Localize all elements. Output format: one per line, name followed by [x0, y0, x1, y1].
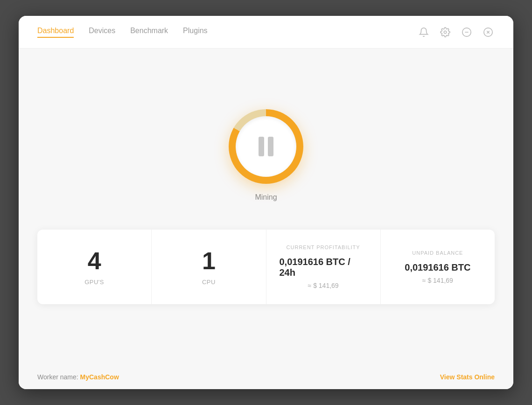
pause-bar-right — [268, 137, 273, 156]
profitability-value: 0,0191616 BTC / 24h — [280, 257, 367, 278]
mining-button-inner — [236, 116, 296, 177]
header-icons — [417, 26, 495, 39]
mining-section: Mining — [229, 109, 303, 202]
tab-plugins[interactable]: Plugins — [183, 27, 207, 38]
mining-status-label: Mining — [255, 193, 277, 202]
gpu-label: GPU'S — [84, 279, 104, 286]
footer: Worker name: MyCashCow View Stats Online — [19, 365, 513, 389]
stats-row: 4 GPU'S 1 CPU CURRENT PROFITABILITY 0,01… — [37, 230, 495, 304]
worker-name-prefix: Worker name: — [37, 373, 80, 381]
tab-dashboard[interactable]: Dashboard — [37, 27, 74, 38]
pause-icon — [259, 137, 273, 156]
cpu-count: 1 — [202, 249, 216, 273]
mining-toggle-button[interactable] — [229, 109, 303, 184]
balance-value: 0,0191616 BTC — [405, 262, 470, 273]
nav-tabs: Dashboard Devices Benchmark Plugins — [37, 27, 208, 38]
header: Dashboard Devices Benchmark Plugins — [19, 16, 513, 49]
view-stats-link[interactable]: View Stats Online — [440, 373, 495, 381]
worker-name-container: Worker name: MyCashCow — [37, 373, 119, 381]
balance-section-label: UNPAID BALANCE — [412, 250, 463, 256]
close-icon[interactable] — [482, 26, 495, 39]
minimize-icon[interactable] — [460, 26, 473, 39]
profitability-card: CURRENT PROFITABILITY 0,0191616 BTC / 24… — [266, 230, 381, 304]
gpu-stat-card: 4 GPU'S — [37, 230, 152, 304]
balance-card: UNPAID BALANCE 0,0191616 BTC ≈ $ 141,69 — [381, 230, 495, 304]
settings-icon[interactable] — [439, 26, 452, 39]
bell-icon[interactable] — [417, 26, 430, 39]
tab-devices[interactable]: Devices — [89, 27, 115, 38]
cpu-label: CPU — [202, 279, 216, 286]
gpu-count: 4 — [88, 249, 101, 273]
app-window: Dashboard Devices Benchmark Plugins — [19, 16, 513, 389]
worker-name-value: MyCashCow — [80, 373, 119, 381]
tab-benchmark[interactable]: Benchmark — [130, 27, 168, 38]
balance-usd: ≈ $ 141,69 — [422, 277, 453, 284]
profitability-section-label: CURRENT PROFITABILITY — [287, 244, 360, 250]
cpu-stat-card: 1 CPU — [152, 230, 266, 304]
profitability-usd: ≈ $ 141,69 — [308, 282, 339, 289]
svg-point-0 — [444, 31, 447, 34]
pause-bar-left — [259, 137, 264, 156]
main-content: Mining 4 GPU'S 1 CPU CURRENT PROFITABILI… — [19, 49, 513, 365]
